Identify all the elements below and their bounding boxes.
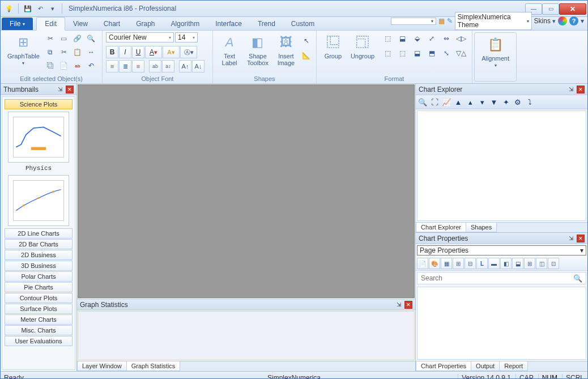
cat-2d-bar[interactable]: 2D Bar Charts	[5, 239, 73, 249]
cat-user-eval[interactable]: User Evaluations	[5, 336, 73, 346]
theme-combo[interactable]: SimplexNumerica Theme▾	[455, 12, 532, 30]
pin-icon[interactable]: ⇲	[56, 86, 64, 92]
cat-surface[interactable]: Surface Plots	[5, 304, 73, 314]
pt-2-icon[interactable]: 🎨	[429, 258, 440, 269]
shape-toolbox-button[interactable]: ◧Shape Toolbox	[244, 32, 272, 67]
textbox-icon[interactable]: ab	[149, 60, 161, 73]
replace-icon[interactable]: ↔	[85, 46, 97, 58]
group-button[interactable]: ⿺Group	[320, 32, 346, 61]
thumb-physics[interactable]	[8, 112, 69, 163]
graph-canvas[interactable]	[78, 84, 415, 298]
ex-up2-icon[interactable]: ▴	[465, 97, 475, 107]
vertical-text-icon[interactable]: a↕	[162, 60, 174, 73]
ex-tool2-icon[interactable]: ⚙	[513, 97, 523, 107]
qat-dropdown-icon[interactable]: ▾	[48, 3, 58, 14]
panel-close-icon[interactable]: ✕	[404, 301, 412, 309]
bold-button[interactable]: B	[106, 46, 118, 58]
page-properties-combo[interactable]: Page Properties▾	[417, 245, 586, 255]
color-wheel-icon[interactable]	[558, 16, 567, 25]
outline-button[interactable]: Ⓐ▾	[180, 46, 197, 58]
pt-9-icon[interactable]: ⊞	[524, 258, 535, 269]
panel-close-icon[interactable]: ✕	[577, 86, 585, 93]
ex-tool1-icon[interactable]: ✦	[501, 97, 511, 107]
ex-down2-icon[interactable]: ▼	[489, 97, 499, 107]
chart-explorer-tree[interactable]	[417, 110, 586, 221]
tab-shapes[interactable]: Shapes	[466, 223, 497, 232]
ex-zoom-icon[interactable]: 🔍	[417, 97, 428, 107]
find-icon[interactable]: 🔍	[85, 32, 97, 45]
fmt-5-icon[interactable]: ⇔	[440, 32, 453, 45]
paste-icon[interactable]: 📋	[71, 46, 84, 58]
copy-icon[interactable]: ⧉	[44, 46, 57, 58]
fmt-4-icon[interactable]: ⤢	[425, 32, 438, 45]
tab-custom[interactable]: Custom	[283, 18, 322, 30]
tab-chart[interactable]: Chart	[96, 18, 128, 30]
qat-save-icon[interactable]: 💾	[23, 3, 33, 14]
graphtable-button[interactable]: ⊞ GraphTable ▾	[4, 32, 43, 67]
grow-font-icon[interactable]: A↑	[179, 60, 191, 73]
palette-icon[interactable]: ▦	[438, 17, 445, 25]
pt-10-icon[interactable]: ◫	[536, 258, 547, 269]
pin-icon[interactable]: ⇲	[567, 86, 575, 92]
fmt-9-icon[interactable]: ⬓	[411, 47, 423, 59]
highlight-button[interactable]: A▾	[163, 46, 180, 58]
tab-layer-window[interactable]: Layer Window	[77, 361, 127, 371]
tab-file[interactable]: File	[2, 18, 33, 30]
abc-icon[interactable]: ab	[71, 59, 84, 72]
cat-pie[interactable]: Pie Charts	[5, 282, 73, 292]
italic-button[interactable]: I	[119, 46, 131, 58]
brush-icon[interactable]: ✎	[447, 17, 453, 25]
fmt-8-icon[interactable]: ⬚	[396, 47, 408, 59]
align-right-icon[interactable]: ≡	[132, 60, 144, 73]
tab-interface[interactable]: Interface	[207, 18, 250, 30]
clip-icon[interactable]: 📄	[58, 59, 70, 72]
qat-undo-icon[interactable]: ↶	[35, 3, 45, 14]
pt-6-icon[interactable]: ▬	[488, 258, 500, 269]
link-icon[interactable]: 🔗	[71, 32, 84, 45]
alignment-button[interactable]: 📋Alignment▾	[478, 35, 513, 69]
tab-chart-explorer[interactable]: Chart Explorer	[416, 223, 466, 232]
props-grid[interactable]	[417, 287, 586, 360]
align-center-icon[interactable]: ≣	[119, 60, 131, 73]
pin-icon[interactable]: ⇲	[395, 301, 403, 308]
fmt-3-icon[interactable]: ⬙	[411, 32, 423, 45]
shrink-font-icon[interactable]: A↓	[192, 60, 204, 73]
pt-11-icon[interactable]: ⊡	[548, 258, 559, 269]
ungroup-button[interactable]: ⿹Ungroup	[347, 32, 378, 61]
cat-polar[interactable]: Polar Charts	[5, 271, 73, 282]
pt-8-icon[interactable]: ⬓	[512, 258, 523, 269]
copy2-icon[interactable]: ⿻	[44, 59, 57, 72]
pt-1-icon[interactable]: 📄	[417, 258, 428, 269]
tab-output[interactable]: Output	[471, 361, 500, 371]
pt-3-icon[interactable]: ▦	[441, 258, 452, 269]
thumb-2[interactable]	[8, 175, 69, 226]
help-icon[interactable]: ?	[569, 16, 578, 25]
cut-icon[interactable]: ✂	[44, 32, 57, 45]
underline-button[interactable]: U	[132, 46, 144, 58]
tab-edit[interactable]: Edit	[36, 17, 65, 31]
cat-meter[interactable]: Meter Charts	[5, 314, 73, 325]
cat-science-plots[interactable]: Science Plots	[5, 99, 73, 109]
fmt-6-icon[interactable]: ◁▷	[455, 32, 467, 45]
tab-graph-statistics[interactable]: Graph Statistics	[126, 361, 181, 371]
skins-label[interactable]: Skins ▾	[534, 17, 556, 25]
font-size-combo[interactable]: 14▾	[175, 32, 198, 42]
tab-chart-properties[interactable]: Chart Properties	[416, 361, 471, 371]
cat-3d-business[interactable]: 3D Business	[5, 261, 73, 271]
cat-contour[interactable]: Contour Plots	[5, 293, 73, 303]
fmt-10-icon[interactable]: ⬒	[425, 47, 438, 59]
search-icon[interactable]: 🔍	[570, 274, 586, 283]
tab-view[interactable]: View	[65, 18, 96, 30]
rect-icon[interactable]: ▭	[58, 32, 70, 45]
tab-graph[interactable]: Graph	[128, 18, 163, 30]
fmt-1-icon[interactable]: ⬚	[381, 32, 394, 45]
ex-fit-icon[interactable]: ⛶	[429, 97, 440, 107]
cat-misc[interactable]: Misc. Charts	[5, 325, 73, 335]
ruler-icon[interactable]: 📐	[300, 49, 313, 62]
pt-4-icon[interactable]: ⊞	[453, 258, 464, 269]
text-label-button[interactable]: AText Label	[216, 32, 242, 67]
tab-report[interactable]: Report	[499, 361, 528, 371]
font-color-button[interactable]: A▾	[145, 46, 162, 58]
pointer-icon[interactable]: ↖	[300, 35, 313, 47]
undo-icon[interactable]: ↶	[85, 59, 97, 72]
